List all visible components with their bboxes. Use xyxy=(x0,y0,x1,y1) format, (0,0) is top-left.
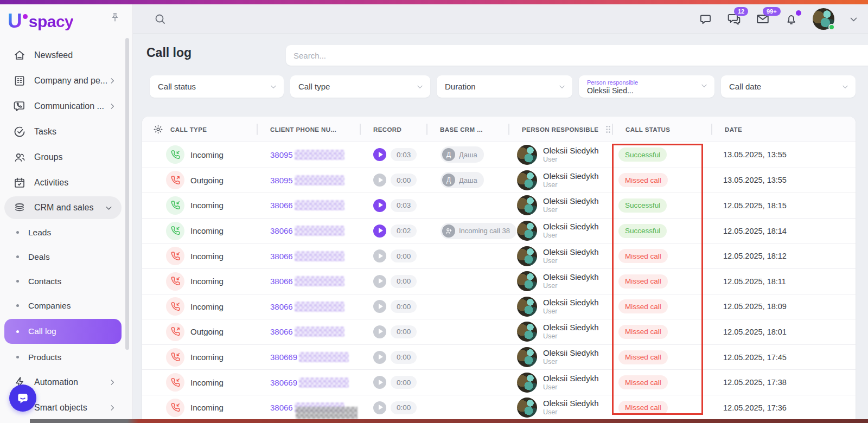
record-play-button[interactable] xyxy=(373,376,386,389)
person-name: Oleksii Siedykh xyxy=(543,146,599,156)
sidebar-item-crm-and-sales[interactable]: CRM and sales xyxy=(4,196,122,219)
sidebar-item-call-log[interactable]: Call log xyxy=(4,319,122,344)
header-date[interactable]: DATE xyxy=(711,117,856,142)
filter-person-responsible[interactable]: Person responsible Oleksii Sied... xyxy=(579,75,714,98)
record-duration: 0:00 xyxy=(391,300,417,313)
call-date: 12.05.2025, 17:45 xyxy=(723,353,787,362)
sidebar-item-newsfeed[interactable]: Newsfeed xyxy=(0,42,126,68)
base-crm-chip[interactable]: Д Даша xyxy=(441,146,484,163)
cell-status: Successful xyxy=(612,142,711,168)
phone-link[interactable]: 380669 xyxy=(270,378,297,387)
sidebar-item-label: Automation xyxy=(34,377,78,387)
filter-duration[interactable]: Duration xyxy=(437,75,572,98)
phone-link[interactable]: 38066 xyxy=(270,226,293,235)
sidebar-item-companies[interactable]: Companies xyxy=(0,293,126,318)
mail-badge: 99+ xyxy=(763,7,781,16)
sidebar-item-tasks[interactable]: Tasks xyxy=(0,119,126,144)
base-crm-chip[interactable]: Д Даша xyxy=(441,172,484,188)
table-row[interactable]: Incoming 380669 0:00 Oleksii Siedykh Use… xyxy=(142,369,856,395)
header-call-status[interactable]: CALL STATUS xyxy=(612,117,711,142)
column-drag-handle-icon[interactable] xyxy=(605,125,611,133)
call-type-label: Incoming xyxy=(190,201,224,210)
person-role: User xyxy=(543,257,599,265)
chip-avatar xyxy=(442,225,455,238)
filter-label: Call status xyxy=(158,82,196,91)
header-person-responsible[interactable]: PERSON RESPONSIBLE xyxy=(508,117,612,142)
table-row[interactable]: Incoming 38066 0:02 Incoming call 38. Ol… xyxy=(142,218,856,243)
notifications-bell-icon[interactable] xyxy=(784,12,798,26)
phone-link[interactable]: 38066 xyxy=(270,277,293,286)
sidebar-item-deals[interactable]: Deals xyxy=(0,245,126,269)
table-row[interactable]: Incoming 38066 0:03 Oleksii Siedykh User… xyxy=(142,193,856,218)
header-base-crm[interactable]: BASE CRM ... xyxy=(426,117,508,142)
phone-link[interactable]: 380669 xyxy=(270,352,297,362)
sidebar-item-company[interactable]: Company and pe... xyxy=(0,68,126,93)
table-row[interactable]: Incoming 38066 0:00 Oleksii Siedykh User… xyxy=(142,243,856,268)
cell-base-crm: Д Даша xyxy=(426,142,508,168)
filter-call-status[interactable]: Call status xyxy=(150,75,284,98)
call-date: 12.05.2025, 18:12 xyxy=(723,252,787,260)
status-badge: Missed call xyxy=(618,173,668,187)
record-play-button[interactable] xyxy=(373,249,386,262)
mail-icon[interactable]: 99+ xyxy=(756,12,770,26)
sidebar-item-products[interactable]: Products xyxy=(0,345,126,369)
record-play-button[interactable] xyxy=(373,199,386,212)
record-play-button[interactable] xyxy=(373,275,386,288)
cell-date: 12.05.2025, 18:14 xyxy=(711,219,856,243)
support-chat-button[interactable] xyxy=(9,384,36,412)
table-row[interactable]: Incoming 38095 0:03 Д Даша Oleksii Siedy… xyxy=(142,142,856,168)
record-play-button[interactable] xyxy=(373,174,386,187)
cell-phone: 38066 xyxy=(257,193,360,218)
pin-sidebar-icon[interactable] xyxy=(110,12,120,23)
table-row[interactable]: Incoming 38066 0:00 Oleksii Siedykh User… xyxy=(142,268,856,294)
cell-status: Missed call xyxy=(612,294,711,319)
phone-link[interactable]: 38066 xyxy=(270,327,293,336)
cell-base-crm xyxy=(426,294,508,319)
base-crm-chip[interactable]: Incoming call 38. xyxy=(441,223,516,239)
filter-bar: Call status Call type Duration Person re… xyxy=(133,75,868,98)
table-row[interactable]: Incoming 38066 0:00 Oleksii Siedykh User… xyxy=(142,395,856,420)
phone-link[interactable]: 38066 xyxy=(270,403,293,412)
table-row[interactable]: Incoming 38066 0:00 Oleksii Siedykh User… xyxy=(142,294,856,319)
sidebar-scrollbar[interactable] xyxy=(125,38,129,350)
table-row[interactable]: Outgoing 38095 0:00 Д Даша Oleksii Siedy… xyxy=(142,168,856,193)
header-client-phone[interactable]: CLIENT PHONE NU... xyxy=(257,117,360,142)
profile-menu-chevron-icon[interactable] xyxy=(849,15,858,24)
sidebar-item-groups[interactable]: Groups xyxy=(0,144,126,170)
record-play-button[interactable] xyxy=(373,401,386,414)
table-settings-gear-icon[interactable] xyxy=(153,124,163,134)
header-call-type[interactable]: CALL TYPE xyxy=(142,117,257,142)
record-play-button[interactable] xyxy=(373,148,386,161)
header-record[interactable]: RECORD xyxy=(360,117,426,142)
comments-icon[interactable] xyxy=(699,12,712,26)
record-play-button[interactable] xyxy=(373,351,386,364)
sidebar-item-leads[interactable]: Leads xyxy=(0,220,126,245)
phone-link[interactable]: 38066 xyxy=(270,201,293,210)
table-row[interactable]: Outgoing 38066 0:00 Oleksii Siedykh User… xyxy=(142,319,856,344)
filter-call-type[interactable]: Call type xyxy=(290,75,430,98)
sidebar-item-communication[interactable]: Communication ... xyxy=(0,93,126,119)
phone-link[interactable]: 38066 xyxy=(270,302,293,311)
filter-label: Duration xyxy=(445,82,476,91)
phone-link[interactable]: 38095 xyxy=(270,176,293,185)
global-search-icon[interactable] xyxy=(154,12,167,25)
table-row[interactable]: Incoming 380669 0:00 Oleksii Siedykh Use… xyxy=(142,344,856,370)
record-duration: 0:00 xyxy=(391,351,417,364)
notification-dot xyxy=(796,10,801,16)
user-avatar[interactable] xyxy=(813,8,834,30)
record-play-button[interactable] xyxy=(373,325,386,338)
record-play-button[interactable] xyxy=(373,225,386,238)
phone-link[interactable]: 38095 xyxy=(270,150,293,159)
sidebar-item-contacts[interactable]: Contacts xyxy=(0,269,126,293)
cell-person: Oleksii Siedykh User xyxy=(508,269,612,294)
sidebar-item-activities[interactable]: Activities xyxy=(0,170,126,195)
uspacy-logo[interactable]: U spacy xyxy=(8,11,73,33)
record-play-button[interactable] xyxy=(373,300,386,313)
filter-call-date[interactable]: Call date xyxy=(721,75,856,98)
search-input[interactable] xyxy=(293,51,868,60)
phone-link[interactable]: 38066 xyxy=(270,252,293,261)
person-role: User xyxy=(543,332,599,341)
cell-phone: 38095 xyxy=(257,142,360,168)
chats-icon[interactable]: 12 xyxy=(727,12,741,26)
column-label: CLIENT PHONE NU... xyxy=(270,126,336,133)
